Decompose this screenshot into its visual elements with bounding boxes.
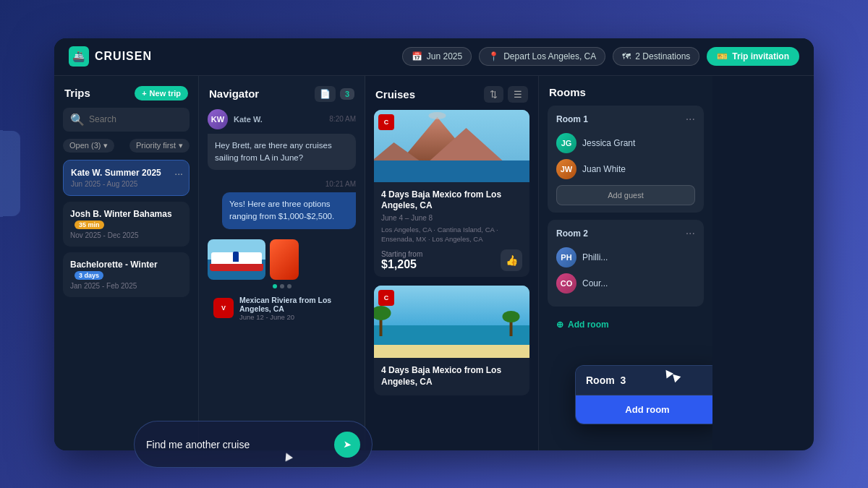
chat-input[interactable] — [146, 439, 327, 450]
like-button[interactable]: 👍 — [501, 249, 522, 271]
room-3-popup: Add room — [575, 365, 712, 424]
trips-column: Trips + New trip 🔍 Open (3) ▾ Priority f… — [54, 76, 199, 450]
depart-pill[interactable]: 📍 Depart Los Angeles, CA — [479, 47, 605, 66]
room-2-card: Room 2 ··· PH Philli... CO Cour... — [548, 220, 704, 307]
message-timestamp: 10:21 AM — [208, 180, 356, 188]
navigator-column: Navigator 📄 3 KW Kate W. 8:20 AM Hey Bre… — [199, 76, 365, 450]
room-2-options[interactable]: ··· — [686, 227, 695, 240]
navigator-cruise-item[interactable]: V Mexican Riviera from Los Angeles, CA J… — [208, 291, 356, 325]
room-1-options[interactable]: ··· — [686, 113, 695, 126]
cruise-logo: C — [378, 114, 394, 130]
trip-name: Bachelorette - Winter 3 days — [70, 260, 182, 280]
cruises-header-icons: ⇅ ☰ — [484, 86, 528, 103]
cruise-card-content-2: 4 Days Baja Mexico from Los Angeles, CA — [374, 358, 529, 395]
open-filter-pill[interactable]: Open (3) ▾ — [63, 139, 114, 153]
cruise-price: $1,205 — [381, 258, 422, 271]
add-guest-button-1[interactable]: Add guest — [556, 185, 695, 205]
cruise-card-title: 4 Days Baja Mexico from Los Angeles, CA — [381, 189, 522, 212]
trip-name: Josh B. Winter Bahamas 35 min — [70, 209, 182, 229]
navigator-title: Navigator — [209, 87, 259, 100]
avatar: KW — [208, 109, 228, 129]
cour-name: Cour... — [582, 278, 608, 288]
ship-funnel — [233, 252, 239, 262]
room-3-name-input[interactable] — [576, 366, 712, 395]
header-controls: 📅 Jun 2025 📍 Depart Los Angeles, CA 🗺 2 … — [402, 47, 799, 66]
depart-label: Depart Los Angeles, CA — [503, 51, 596, 61]
navigator-messages-list: KW Kate W. 8:20 AM Hey Brett, are there … — [199, 109, 365, 450]
navigator-docs-icon[interactable]: 📄 — [315, 86, 336, 102]
trip-invite-button[interactable]: 🎫 Trip invitation — [707, 47, 799, 66]
trip-options-icon[interactable]: ··· — [174, 168, 183, 179]
trip-item[interactable]: Bachelorette - Winter 3 days Jan 2025 - … — [63, 252, 190, 297]
room-1-header: Room 1 ··· — [556, 113, 695, 126]
trips-search-box[interactable]: 🔍 — [63, 108, 190, 132]
send-button[interactable]: ➤ — [334, 432, 360, 458]
cruises-title: Cruises — [375, 88, 415, 100]
navigator-header: Navigator 📄 3 — [199, 76, 365, 109]
cruise-card-footer: Starting from $1,205 👍 — [381, 249, 522, 271]
send-icon: ➤ — [342, 438, 352, 450]
chat-input-container: ➤ — [134, 421, 373, 468]
svg-rect-8 — [374, 345, 529, 358]
app-name: CRUISEN — [95, 50, 152, 63]
destinations-pill[interactable]: 🗺 2 Destinations — [613, 47, 699, 66]
cruise-card-image-baja: C — [374, 110, 529, 182]
priority-filter-label: Priority first — [136, 141, 176, 150]
rooms-title: Rooms — [549, 86, 586, 98]
dot-3 — [287, 284, 292, 288]
rooms-header: Rooms — [539, 76, 712, 106]
cruise-card-title-2: 4 Days Baja Mexico from Los Angeles, CA — [381, 365, 522, 388]
rooms-column: Rooms Room 1 ··· JG Jessica Grant JW Jua… — [539, 76, 712, 450]
calendar-icon: 📅 — [412, 51, 422, 61]
juan-name: Juan White — [582, 164, 626, 174]
message-bubble: Hey Brett, are there any cruises sailing… — [208, 134, 356, 171]
trips-header: Trips + New trip — [54, 76, 198, 108]
chevron-down-icon: ▾ — [103, 141, 108, 150]
room-2-title: Room 2 — [556, 228, 588, 239]
app-header: 🚢 CRUISEN 📅 Jun 2025 📍 Depart Los Angele… — [54, 38, 814, 76]
cruises-header: Cruises ⇅ ☰ — [365, 76, 538, 110]
room-1-title: Room 1 — [556, 114, 588, 124]
room-3-add-button[interactable]: Add room — [576, 395, 712, 424]
open-filter-label: Open (3) — [69, 141, 101, 150]
plus-icon: + — [142, 89, 146, 98]
new-trip-button[interactable]: + New trip — [135, 86, 188, 100]
guest-row-philli: PH Philli... — [556, 247, 695, 267]
cruise-thumbnail-ship[interactable] — [208, 239, 265, 280]
philli-name: Philli... — [582, 252, 608, 262]
cruise-card: C 4 Days Baja Mexico from Los Angeles, C… — [374, 110, 529, 278]
date-filter-label: Jun 2025 — [427, 51, 462, 61]
app-container: 🚢 CRUISEN 📅 Jun 2025 📍 Depart Los Angele… — [54, 38, 814, 450]
trip-item[interactable]: Josh B. Winter Bahamas 35 min Nov 2025 -… — [63, 202, 190, 247]
cruise-price-label: Starting from — [381, 250, 422, 258]
jessica-name: Jessica Grant — [582, 138, 635, 148]
cruise-card-2: C 4 Days Baja Mexico from Los Angeles, C… — [374, 286, 529, 395]
cruise-mini-dates: June 12 - June 20 — [239, 313, 350, 321]
trip-item[interactable]: Kate W. Summer 2025 Jun 2025 - Aug 2025 … — [63, 160, 190, 196]
cruise-mini-info: Mexican Riviera from Los Angeles, CA Jun… — [239, 296, 350, 321]
message-block: KW Kate W. 8:20 AM Hey Brett, are there … — [208, 109, 356, 171]
add-room-link[interactable]: ⊕ Add room — [548, 314, 704, 335]
cruise-thumbnail-2[interactable] — [270, 239, 299, 280]
trips-list: Kate W. Summer 2025 Jun 2025 - Aug 2025 … — [54, 160, 198, 450]
location-icon: 📍 — [488, 51, 499, 61]
navigator-badge: 3 — [340, 88, 354, 100]
filter-button[interactable]: ☰ — [508, 86, 528, 103]
carousel-dots — [208, 280, 356, 291]
sort-button[interactable]: ⇅ — [484, 86, 503, 103]
new-trip-label: New trip — [150, 89, 181, 98]
priority-filter-pill[interactable]: Priority first ▾ — [129, 139, 190, 153]
svg-rect-7 — [374, 325, 529, 347]
message-time: 8:20 AM — [329, 115, 356, 123]
cruise-card-route: Los Angeles, CA · Cantina Island, CA · E… — [381, 225, 522, 244]
message-author: Kate W. — [234, 115, 263, 124]
cruise-mini-logo: V — [213, 298, 234, 318]
date-filter-pill[interactable]: 📅 Jun 2025 — [402, 47, 472, 66]
trip-dates: Jan 2025 - Feb 2025 — [70, 282, 182, 290]
room-2-header: Room 2 ··· — [556, 227, 695, 240]
add-room-label: Add room — [568, 320, 609, 330]
trips-search-input[interactable] — [89, 114, 182, 124]
destinations-label: 2 Destinations — [635, 51, 690, 61]
svg-rect-1 — [374, 160, 529, 182]
svg-point-5 — [429, 112, 446, 119]
